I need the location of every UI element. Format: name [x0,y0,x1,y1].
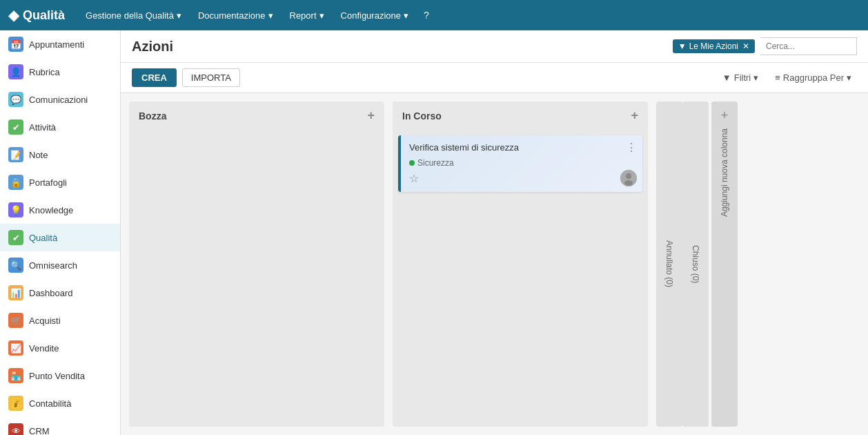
help-button[interactable]: ? [418,7,435,23]
tag-label: Sicurezza [417,158,454,168]
svg-point-2 [624,180,633,186]
sidebar-label: Knowledge [29,205,73,215]
chevron-down-icon: ▾ [177,10,181,21]
avatar [620,170,637,186]
main-layout: 📅 Appuntamenti 👤 Rubrica 💬 Comunicazioni… [0,30,868,435]
chevron-down-icon: ▾ [847,72,851,83]
sidebar-item-vendite[interactable]: 📈 Vendite [0,334,120,362]
chevron-down-icon: ▾ [404,10,408,21]
sidebar-item-contabilita[interactable]: 💰 Contabilità [0,389,120,417]
kanban-column-in-corso: In Corso + ⋮ Verifica sistemi di sicurez… [393,102,648,427]
page-title: Azioni [132,39,173,55]
column-header-bozza: Bozza + [129,102,384,130]
sidebar-label: CRM [29,426,50,436]
active-filter-badge[interactable]: ▼ Le Mie Azioni ✕ [673,39,755,53]
tasks-icon: ✔ [8,119,23,135]
column-add-icon[interactable]: + [631,108,638,123]
wallet-icon: 🔒 [8,175,23,190]
sidebar-label: Qualità [29,233,57,243]
sidebar-item-note[interactable]: 📝 Note [0,141,120,168]
tag-dot [409,160,415,166]
card-star-button[interactable]: ☆ [409,172,634,185]
toolbar-left: Azioni [132,39,173,55]
sidebar-item-dashboard[interactable]: 📊 Dashboard [0,279,120,307]
chevron-down-icon: ▾ [753,72,758,83]
nav-configurazione[interactable]: Configurazione ▾ [334,6,415,25]
accounting-icon: 💰 [8,396,23,411]
add-column-button[interactable]: + Aggiungi nuova colonna [711,102,738,427]
sidebar: 📅 Appuntamenti 👤 Rubrica 💬 Comunicazioni… [0,30,121,435]
action-right: ▼ Filtri ▾ ≡ Raggruppa Per ▾ [717,70,857,86]
column-add-icon[interactable]: + [367,108,375,123]
filter-icon: ▼ [722,72,731,83]
nav-gestione[interactable]: Gestione della Qualità ▾ [79,6,188,25]
contacts-icon: 👤 [8,64,23,79]
chat-icon: 💬 [8,92,23,107]
sidebar-label: Acquisti [29,316,61,326]
chevron-down-icon: ▾ [319,10,324,21]
toolbar-right: ▼ Le Mie Azioni ✕ [673,37,857,55]
kanban-column-annullato[interactable]: Annullato (0) [656,102,682,427]
sidebar-item-attivita[interactable]: ✔ Attività [0,113,120,141]
sidebar-label: Comunicazioni [29,95,88,105]
sales-icon: 📈 [8,340,23,356]
plus-icon: + [721,108,729,123]
purchase-icon: 🛒 [8,313,23,328]
page-toolbar: Azioni ▼ Le Mie Azioni ✕ [121,30,868,63]
sidebar-label: Punto Vendita [29,371,85,381]
calendar-icon: 📅 [8,37,23,52]
card-title: Verifica sistemi di sicurezza [409,142,634,153]
action-left: CREA IMPORTA [132,68,240,87]
filter-label: Le Mie Azioni [689,41,738,51]
sidebar-item-knowledge[interactable]: 💡 Knowledge [0,196,120,224]
notes-icon: 📝 [8,147,23,162]
knowledge-icon: 💡 [8,202,23,218]
collapsed-column-label: Chiuso (0) [691,245,700,283]
card-tag: Sicurezza [409,158,634,168]
filter-remove-button[interactable]: ✕ [742,41,749,51]
action-toolbar: CREA IMPORTA ▼ Filtri ▾ ≡ Raggruppa Per … [121,63,868,93]
add-column-label: Aggiungi nuova colonna [720,128,729,217]
top-nav: ◆ Qualità Gestione della Qualità ▾ Docum… [0,0,868,30]
column-body-bozza [129,130,384,427]
filters-button[interactable]: ▼ Filtri ▾ [717,70,764,86]
kanban-card: ⋮ Verifica sistemi di sicurezza Sicurezz… [398,135,642,192]
sidebar-item-appuntamenti[interactable]: 📅 Appuntamenti [0,30,120,58]
create-button[interactable]: CREA [132,68,177,87]
collapsed-column-label: Annullato (0) [664,240,674,287]
nav-report[interactable]: Report ▾ [283,6,331,25]
sidebar-item-rubrica[interactable]: 👤 Rubrica [0,58,120,86]
brand-icon: ◆ [8,7,19,23]
sidebar-label: Vendite [29,343,59,354]
group-by-button[interactable]: ≡ Raggruppa Per ▾ [769,70,857,86]
sidebar-item-qualita[interactable]: ✔ Qualità [0,224,120,251]
sidebar-label: Dashboard [29,288,73,298]
sidebar-label: Note [29,150,48,160]
content-area: Azioni ▼ Le Mie Azioni ✕ CREA IMPORTA ▼ [121,30,868,435]
sidebar-item-punto-vendita[interactable]: 🏪 Punto Vendita [0,362,120,389]
search-icon: 🔍 [8,258,23,273]
kanban-board: Bozza + In Corso + ⋮ Verifica sistemi [121,93,868,435]
search-input[interactable] [760,37,857,55]
kanban-column-chiuso[interactable]: Chiuso (0) [682,102,709,427]
sidebar-item-portafogli[interactable]: 🔒 Portafogli [0,168,120,196]
column-title: Bozza [139,110,166,122]
card-menu-button[interactable]: ⋮ [626,141,637,154]
sidebar-item-crm[interactable]: 👁 CRM [0,417,120,435]
brand[interactable]: ◆ Qualità [8,7,65,23]
sidebar-item-acquisti[interactable]: 🛒 Acquisti [0,307,120,334]
sidebar-label: Rubrica [29,67,60,77]
pos-icon: 🏪 [8,368,23,383]
sidebar-label: Contabilità [29,398,71,409]
sidebar-item-comunicazioni[interactable]: 💬 Comunicazioni [0,86,120,113]
import-button[interactable]: IMPORTA [182,68,240,87]
chevron-down-icon: ▾ [268,10,273,21]
column-header-in-corso: In Corso + [393,102,648,130]
crm-icon: 👁 [8,423,23,435]
nav-menu: Gestione della Qualità ▾ Documentazione … [79,6,860,25]
sidebar-item-omnisearch[interactable]: 🔍 Omnisearch [0,251,120,279]
svg-point-1 [626,173,631,179]
list-icon: ≡ [775,72,780,83]
nav-documentazione[interactable]: Documentazione ▾ [191,6,280,25]
column-title: In Corso [402,110,442,122]
